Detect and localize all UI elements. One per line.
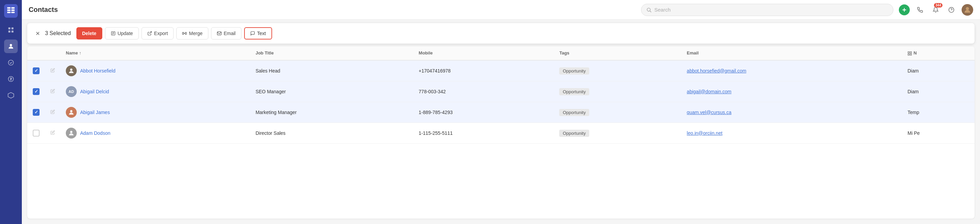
person-avatar-icon (68, 130, 75, 137)
search-icon (646, 7, 652, 13)
email-link[interactable]: quam.vel@cursus.ca (687, 110, 732, 115)
email-cell[interactable]: abigail@domain.com (681, 81, 902, 102)
bell-icon (932, 7, 939, 13)
email-cell[interactable]: leo.in@orciin.net (681, 123, 902, 143)
plus-icon (901, 7, 907, 13)
mobile-cell: 778-003-342 (413, 81, 554, 102)
contacts-table-container: Name ↑ Job Title Mobile Tags Email N (27, 46, 975, 219)
col-name[interactable]: Name ↑ (60, 46, 250, 60)
edit-icon[interactable] (51, 130, 55, 136)
tags-cell: Opportunity (554, 102, 681, 123)
table-row: ✓ ADAbigail DelcidSEO Manager778-003-342… (27, 81, 975, 102)
svg-rect-21 (183, 32, 184, 35)
col-email: Email (681, 46, 902, 60)
contact-name[interactable]: Abbot Horsefield (80, 68, 116, 74)
email-cell[interactable]: abbot.horsefied@gmail.com (681, 60, 902, 81)
notifications-button[interactable]: 344 (930, 5, 941, 15)
opportunity-tag: Opportunity (559, 68, 589, 74)
export-icon (147, 31, 152, 36)
svg-point-29 (70, 110, 73, 112)
svg-rect-1 (11, 7, 15, 8)
svg-line-15 (650, 11, 651, 12)
svg-point-19 (966, 7, 969, 10)
extra-cell: Diam (902, 60, 975, 81)
contacts-icon (8, 43, 14, 50)
svg-rect-3 (11, 9, 15, 11)
sidebar-item-money[interactable] (4, 72, 18, 86)
contact-avatar: AD (66, 86, 77, 97)
text-message-icon (250, 31, 255, 36)
svg-rect-27 (910, 54, 912, 55)
update-button[interactable]: Update (105, 27, 139, 39)
selection-count: 3 Selected (45, 30, 71, 36)
merge-button[interactable]: Merge (176, 27, 208, 39)
contact-avatar (66, 128, 77, 139)
contact-name[interactable]: Adam Dodson (80, 130, 110, 136)
edit-cell[interactable] (45, 60, 60, 81)
svg-rect-23 (217, 32, 221, 35)
contact-name[interactable]: Abigail James (80, 110, 110, 115)
phone-button[interactable] (915, 5, 926, 15)
sidebar-item-tasks[interactable] (4, 56, 18, 69)
extra-cell: Temp (902, 102, 975, 123)
search-placeholder: Search (654, 7, 671, 13)
row-checkbox[interactable]: ✓ (33, 88, 40, 95)
edit-icon[interactable] (51, 89, 55, 94)
table-row: ✓ Abbot HorsefieldSales Head+17047416978… (27, 60, 975, 81)
table-row: Adam DodsonDirector Sales1-115-255-5111O… (27, 123, 975, 143)
sidebar-item-blocks[interactable] (4, 88, 18, 102)
email-button[interactable]: Email (211, 27, 242, 39)
opportunity-tag: Opportunity (559, 88, 589, 95)
edit-cell[interactable] (45, 81, 60, 102)
row-checkbox[interactable]: ✓ (33, 68, 40, 74)
svg-rect-8 (8, 31, 11, 33)
header-actions: 344 (899, 4, 973, 16)
svg-point-11 (8, 60, 14, 65)
row-checkbox-cell[interactable] (27, 123, 45, 143)
dashboard-icon (8, 27, 14, 33)
row-checkbox-cell[interactable]: ✓ (27, 102, 45, 123)
search-bar[interactable]: Search (641, 4, 893, 16)
email-cell[interactable]: quam.vel@cursus.ca (681, 102, 902, 123)
help-button[interactable] (946, 5, 957, 15)
table-body: ✓ Abbot HorsefieldSales Head+17047416978… (27, 60, 975, 144)
email-link[interactable]: abigail@domain.com (687, 89, 732, 94)
svg-rect-6 (8, 28, 11, 30)
export-button[interactable]: Export (142, 27, 173, 39)
row-checkbox[interactable] (33, 130, 40, 137)
edit-cell[interactable] (45, 102, 60, 123)
row-checkbox-cell[interactable]: ✓ (27, 81, 45, 102)
sidebar-item-contacts[interactable] (4, 39, 18, 53)
contact-name[interactable]: Abigail Delcid (80, 89, 109, 94)
edit-icon[interactable] (51, 68, 55, 74)
col-edit (45, 46, 60, 60)
svg-rect-4 (7, 11, 11, 13)
sidebar-item-dashboard[interactable] (4, 23, 18, 37)
text-button[interactable]: Text (244, 27, 272, 39)
email-link[interactable]: leo.in@orciin.net (687, 130, 722, 136)
extra-cell: Mi Pe (902, 123, 975, 143)
edit-icon[interactable] (51, 110, 55, 115)
main-content: Contacts Search (22, 0, 980, 224)
row-checkbox[interactable]: ✓ (33, 109, 40, 116)
email-link[interactable]: abbot.horsefied@gmail.com (687, 68, 746, 74)
update-icon (111, 31, 116, 36)
svg-point-28 (70, 68, 73, 71)
sidebar-logo[interactable] (4, 4, 18, 18)
col-jobtitle: Job Title (250, 46, 413, 60)
svg-rect-5 (11, 11, 15, 13)
contact-avatar (66, 107, 77, 118)
tags-cell: Opportunity (554, 60, 681, 81)
row-checkbox-cell[interactable]: ✓ (27, 60, 45, 81)
close-button[interactable]: ✕ (33, 28, 42, 38)
svg-rect-25 (910, 51, 912, 53)
mobile-cell: 1-889-785-4293 (413, 102, 554, 123)
avatar-icon (964, 6, 971, 14)
edit-cell[interactable] (45, 123, 60, 143)
delete-button[interactable]: Delete (76, 27, 102, 39)
add-button[interactable] (899, 5, 910, 15)
name-cell: Abigail James (60, 102, 250, 123)
page-title: Contacts (29, 6, 636, 14)
avatar[interactable] (962, 4, 973, 16)
person-avatar-icon (68, 109, 75, 116)
